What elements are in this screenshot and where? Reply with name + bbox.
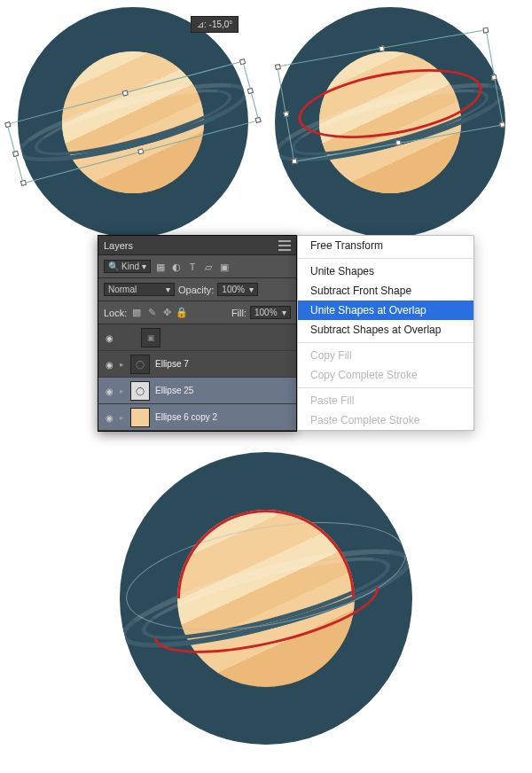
layer-name[interactable]: Ellipse 25 xyxy=(155,386,193,395)
opacity-label: Opacity: xyxy=(178,285,214,295)
layer-row[interactable]: ▣ xyxy=(98,324,296,351)
visibility-toggle[interactable] xyxy=(98,386,120,396)
lock-label: Lock: xyxy=(104,308,127,318)
layers-kind-dropdown[interactable]: 🔍 Kind ▾ xyxy=(104,260,151,273)
layer-thumbnail xyxy=(130,408,150,427)
layer-row[interactable]: ▸ ◯ Ellipse 25 xyxy=(98,378,296,404)
layer-row[interactable]: ▸ ◯ Ellipse 7 xyxy=(98,351,296,378)
blend-mode-select[interactable]: Normal▾ xyxy=(104,283,175,296)
menu-separator xyxy=(298,258,473,259)
menu-paste-fill: Paste Fill xyxy=(298,391,473,410)
layer-thumbnail: ◯ xyxy=(130,381,150,401)
layers-lock-row: Lock: ▩ ✎ ✥ 🔒 Fill: 100%▾ xyxy=(98,301,296,324)
layers-panel-title[interactable]: Layers xyxy=(104,240,133,251)
menu-subtract-front-shape[interactable]: Subtract Front Shape xyxy=(298,281,473,301)
layers-list: ▣ ▸ ◯ Ellipse 7 ▸ ◯ Ellipse 25 ▸ Ellipse… xyxy=(98,324,296,431)
layer-name[interactable]: Ellipse 7 xyxy=(155,359,189,369)
disclosure-icon[interactable]: ▸ xyxy=(120,413,130,422)
context-menu: Free Transform Unite Shapes Subtract Fro… xyxy=(297,235,474,431)
menu-copy-complete-stroke: Copy Complete Stroke xyxy=(298,365,473,385)
menu-separator xyxy=(298,342,473,343)
lock-paint-icon[interactable]: ✎ xyxy=(145,307,158,318)
filter-smart-icon[interactable]: ▣ xyxy=(218,262,231,272)
lock-position-icon[interactable]: ✥ xyxy=(160,307,173,318)
visibility-toggle[interactable] xyxy=(98,332,120,343)
layer-row[interactable]: ▸ Ellipse 6 copy 2 xyxy=(98,404,296,431)
layer-thumbnail: ◯ xyxy=(130,355,150,374)
filter-shape-icon[interactable]: ▱ xyxy=(202,262,215,272)
illustration-planet-result xyxy=(120,452,412,745)
opacity-value[interactable]: 100%▾ xyxy=(217,283,258,296)
layers-filter-row: 🔍 Kind ▾ ▦ ◐ T ▱ ▣ xyxy=(98,255,296,278)
menu-unite-shapes[interactable]: Unite Shapes xyxy=(298,262,473,281)
panel-menu-icon[interactable] xyxy=(278,240,291,251)
layer-name[interactable]: Ellipse 6 copy 2 xyxy=(155,412,217,422)
menu-subtract-shapes-at-overlap[interactable]: Subtract Shapes at Overlap xyxy=(298,320,473,340)
lock-transparency-icon[interactable]: ▩ xyxy=(130,307,143,318)
menu-paste-complete-stroke: Paste Complete Stroke xyxy=(298,410,473,430)
visibility-toggle[interactable] xyxy=(98,412,120,423)
lock-all-icon[interactable]: 🔒 xyxy=(176,307,188,318)
menu-unite-shapes-at-overlap[interactable]: Unite Shapes at Overlap xyxy=(298,301,473,320)
transform-angle-tooltip: ⊿: -15,0° xyxy=(191,16,239,33)
layers-blend-row: Normal▾ Opacity: 100%▾ xyxy=(98,278,296,301)
layers-panel: Layers 🔍 Kind ▾ ▦ ◐ T ▱ ▣ Normal▾ Opacit… xyxy=(98,235,297,432)
disclosure-icon[interactable]: ▸ xyxy=(120,386,130,395)
disclosure-icon[interactable]: ▸ xyxy=(120,360,130,369)
filter-adjust-icon[interactable]: ◐ xyxy=(170,262,183,272)
layer-thumbnail: ▣ xyxy=(141,328,160,347)
fill-value[interactable]: 100%▾ xyxy=(250,306,291,319)
menu-copy-fill: Copy Fill xyxy=(298,346,473,365)
fill-label: Fill: xyxy=(231,308,246,318)
visibility-toggle[interactable] xyxy=(98,359,120,370)
filter-pixel-icon[interactable]: ▦ xyxy=(154,262,167,272)
menu-separator xyxy=(298,387,473,388)
menu-free-transform[interactable]: Free Transform xyxy=(298,236,473,255)
filter-type-icon[interactable]: T xyxy=(186,262,199,272)
